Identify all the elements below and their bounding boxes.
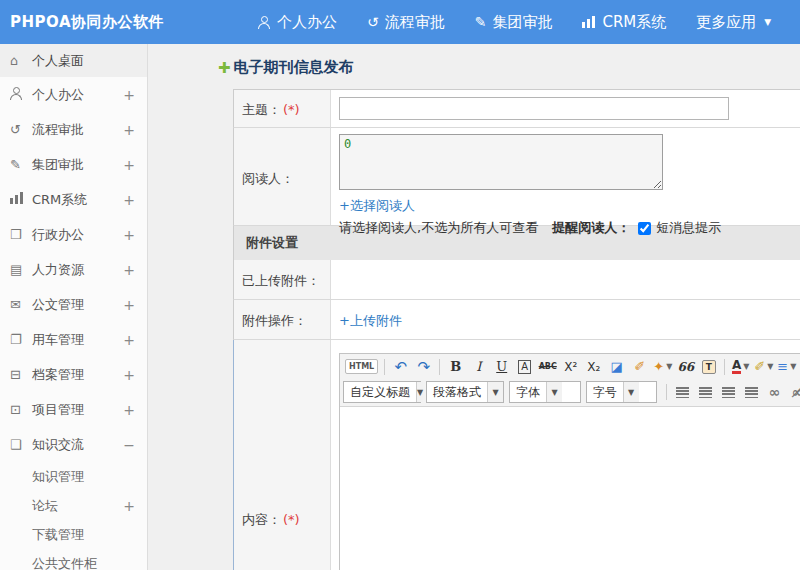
workflow-icon: ↺	[10, 122, 32, 137]
nav-group-approval[interactable]: ✎ 集团审批	[475, 13, 553, 32]
expand-plus-icon[interactable]: +	[123, 332, 135, 348]
chart-bars-icon	[582, 16, 596, 28]
sidebar-item-admin-office[interactable]: ❒ 行政办公 +	[0, 217, 147, 252]
expand-plus-icon[interactable]: +	[123, 498, 135, 514]
expand-plus-icon[interactable]: +	[123, 122, 135, 138]
sms-notify-checkbox[interactable]	[638, 222, 651, 235]
readers-label: 阅读人：	[234, 128, 331, 225]
bold-button[interactable]: B	[445, 356, 466, 377]
ordered-list-button[interactable]: ≡▼	[776, 356, 797, 377]
sidebar-item-workflow-approval[interactable]: ↺ 流程审批 +	[0, 112, 147, 147]
sidebar: ⌂ 个人桌面 个人办公 + ↺ 流程审批 + ✎ 集团审批 + CRM系统 + …	[0, 44, 148, 570]
align-justify-button[interactable]	[741, 382, 762, 403]
sidebar-item-hr[interactable]: ▤ 人力资源 +	[0, 252, 147, 287]
sidebar-item-vehicle-mgmt[interactable]: ❐ 用车管理 +	[0, 322, 147, 357]
font-style-button[interactable]: A	[514, 356, 535, 377]
html-source-button[interactable]: HTML	[344, 356, 379, 377]
subject-label: 主题：(*)	[234, 90, 331, 127]
chevron-down-icon: ▼	[623, 382, 639, 402]
underline-button[interactable]: U	[491, 356, 512, 377]
undo-button[interactable]: ↶	[390, 356, 411, 377]
chevron-down-icon: ▼	[666, 362, 672, 371]
sidebar-subitem-public-file-cabinet[interactable]: 公共文件柜	[0, 549, 147, 570]
expand-plus-icon[interactable]: +	[123, 87, 135, 103]
nav-crm-system[interactable]: CRM系统	[582, 13, 666, 32]
align-center-button[interactable]	[695, 382, 716, 403]
chart-bars-icon	[10, 192, 24, 204]
expand-plus-icon[interactable]: +	[123, 262, 135, 278]
sidebar-subitem-forum[interactable]: 论坛 +	[0, 491, 147, 520]
sidebar-item-project-mgmt[interactable]: ⊡ 项目管理 +	[0, 392, 147, 427]
nav-label: CRM系统	[602, 13, 666, 32]
sidebar-item-desktop[interactable]: ⌂ 个人桌面	[0, 44, 147, 77]
book-icon: ▤	[10, 262, 32, 277]
chevron-down-icon: ▼	[767, 362, 773, 371]
readers-row: 阅读人： +选择阅读人 请选择阅读人,不选为所有人可查看 提醒阅读人： 短消息提…	[233, 128, 800, 226]
nav-label: 流程审批	[385, 13, 445, 32]
home-icon: ⌂	[10, 53, 32, 68]
italic-button[interactable]: I	[468, 356, 489, 377]
chevron-down-icon: ▼	[764, 17, 771, 27]
expand-plus-icon[interactable]: +	[123, 367, 135, 383]
sidebar-item-document-mgmt[interactable]: ✉ 公文管理 +	[0, 287, 147, 322]
remove-link-button[interactable]: ∞̸	[787, 382, 800, 403]
nav-workflow-approval[interactable]: ↺ 流程审批	[367, 13, 445, 32]
sidebar-item-crm[interactable]: CRM系统 +	[0, 182, 147, 217]
envelope-icon: ✉	[10, 297, 32, 312]
sidebar-item-archive-mgmt[interactable]: ⊟ 档案管理 +	[0, 357, 147, 392]
align-left-button[interactable]	[672, 382, 693, 403]
expand-plus-icon[interactable]: +	[123, 227, 135, 243]
top-navigation: 个人办公 ↺ 流程审批 ✎ 集团审批 CRM系统 更多应用 ▼	[258, 13, 800, 32]
auto-typeset-button[interactable]: ✦▼	[652, 356, 673, 377]
uploaded-attachments-label: 已上传附件：	[234, 260, 331, 299]
subject-input[interactable]	[339, 97, 729, 120]
align-right-icon	[722, 387, 735, 398]
workflow-icon: ↺	[367, 14, 379, 30]
sidebar-subitem-knowledge-mgmt[interactable]: 知识管理	[0, 462, 147, 491]
eraser-icon[interactable]: ◪	[606, 356, 627, 377]
subscript-button[interactable]: X₂	[583, 356, 604, 377]
editor-content-area[interactable]	[340, 407, 800, 570]
upload-attachment-link[interactable]: +上传附件	[339, 312, 402, 330]
chevron-down-icon: ▼	[416, 382, 423, 402]
nav-more-apps[interactable]: 更多应用 ▼	[696, 13, 771, 32]
sidebar-item-personal-office[interactable]: 个人办公 +	[0, 77, 147, 112]
truck-icon: ❐	[10, 332, 32, 347]
expand-plus-icon[interactable]: +	[123, 297, 135, 313]
redo-button[interactable]: ↷	[413, 356, 434, 377]
required-mark: (*)	[283, 102, 300, 117]
insert-link-button[interactable]: ∞	[764, 382, 785, 403]
nav-personal-office[interactable]: 个人办公	[258, 13, 337, 32]
page-title: ✚ 电子期刊信息发布	[218, 58, 800, 77]
paragraph-format-select[interactable]: 段落格式 ▼	[426, 381, 504, 403]
attachment-ops-row: 附件操作： +上传附件	[233, 300, 800, 340]
expand-plus-icon[interactable]: +	[123, 192, 135, 208]
superscript-button[interactable]: X²	[560, 356, 581, 377]
readers-textarea[interactable]	[339, 134, 663, 190]
blockquote-button[interactable]: 66	[675, 356, 696, 377]
rich-text-editor: HTML ↶ ↷ B I U A ABC X² X₂ ◪ ✐	[339, 353, 800, 570]
align-justify-icon	[745, 387, 758, 398]
font-color-button[interactable]: A▼	[730, 356, 751, 377]
font-family-select[interactable]: 字体 ▼	[509, 381, 581, 403]
chevron-down-icon: ▼	[743, 362, 749, 371]
sidebar-subitem-download-mgmt[interactable]: 下载管理	[0, 520, 147, 549]
highlight-color-button[interactable]: ✐▼	[753, 356, 774, 377]
align-right-button[interactable]	[718, 382, 739, 403]
custom-heading-select[interactable]: 自定义标题 ▼	[343, 381, 421, 403]
nav-label: 集团审批	[492, 13, 552, 32]
collapse-minus-icon[interactable]: −	[123, 437, 135, 453]
paste-as-text-button[interactable]: T	[698, 356, 719, 377]
format-brush-icon[interactable]: ✐	[629, 356, 650, 377]
expand-plus-icon[interactable]: +	[123, 402, 135, 418]
sidebar-item-group-approval[interactable]: ✎ 集团审批 +	[0, 147, 147, 182]
sms-notify-label: 短消息提示	[656, 219, 721, 237]
align-center-icon	[699, 387, 712, 398]
font-size-select[interactable]: 字号 ▼	[586, 381, 658, 403]
sidebar-item-knowledge-exchange[interactable]: ❑ 知识交流 −	[0, 427, 147, 462]
attachment-ops-label: 附件操作：	[234, 300, 331, 339]
strikethrough-button[interactable]: ABC	[537, 356, 558, 377]
select-readers-link[interactable]: +选择阅读人	[339, 197, 415, 215]
expand-plus-icon[interactable]: +	[123, 157, 135, 173]
edit-icon: ✎	[475, 14, 487, 30]
